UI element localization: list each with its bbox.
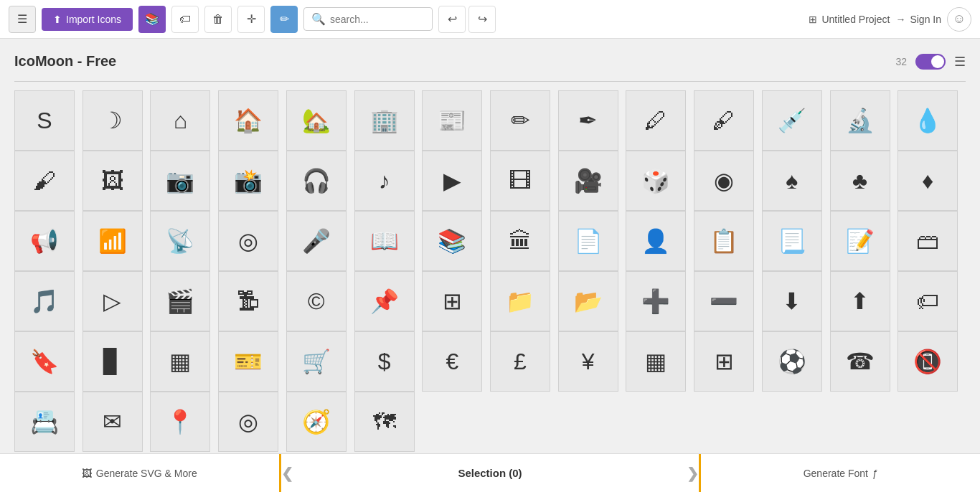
icon-camera[interactable]: 📸 — [218, 151, 278, 211]
right-arrow-icon[interactable]: ❯ — [687, 465, 699, 482]
icon-droplet[interactable]: 💧 — [897, 90, 958, 151]
icon-bullhorn[interactable]: 📢 — [14, 211, 75, 271]
icon-library[interactable]: 🏛 — [490, 211, 550, 271]
icon-folder-upload[interactable]: ⬆ — [830, 271, 890, 331]
icon-paste[interactable]: 📌 — [354, 271, 415, 331]
icon-file-video[interactable]: 🎬 — [150, 271, 210, 331]
icon-qrcode[interactable]: ▦ — [150, 331, 210, 392]
icon-home2[interactable]: 🏠 — [218, 90, 278, 151]
delete-button[interactable]: 🗑 — [204, 6, 232, 33]
icon-pen[interactable]: 🖊 — [626, 90, 686, 151]
icon-image[interactable]: 🖼 — [83, 151, 143, 211]
icon-stack[interactable]: ⊞ — [422, 271, 482, 331]
icon-pencil[interactable]: ✏ — [490, 90, 550, 151]
icon-envelope[interactable]: ✉ — [83, 392, 143, 452]
icon-music[interactable]: ♪ — [354, 151, 415, 211]
icon-file-play[interactable]: ▷ — [83, 271, 143, 331]
icon-eyedropper2[interactable]: 🔬 — [830, 90, 890, 151]
undo-button[interactable]: ↩ — [438, 6, 466, 33]
icon-cart[interactable]: 🛒 — [286, 331, 347, 392]
redo-button[interactable]: ↪ — [468, 6, 496, 33]
icon-copy[interactable]: © — [286, 271, 347, 331]
icon-clubs[interactable]: ♣ — [830, 151, 890, 211]
icon-file-empty[interactable]: 📋 — [694, 211, 754, 271]
tag-button[interactable]: 🏷 — [171, 6, 199, 33]
icon-shopware[interactable]: S — [14, 90, 75, 151]
icon-grid2[interactable]: ⊞ — [694, 331, 754, 392]
left-arrow-icon[interactable]: ❮ — [281, 465, 293, 482]
generate-svg-icon: 🖼 — [82, 468, 92, 479]
list-view-button[interactable]: ☰ — [954, 54, 966, 70]
icon-soccer[interactable]: ⚽ — [762, 331, 822, 392]
generate-font-section[interactable]: Generate Font ƒ — [701, 468, 980, 479]
icon-folder-plus[interactable]: ➕ — [626, 271, 686, 331]
search-input[interactable] — [330, 14, 430, 25]
generate-svg-section[interactable]: 🖼 Generate SVG & More — [0, 468, 279, 479]
icon-price-tags[interactable]: 🔖 — [14, 331, 75, 392]
icon-play[interactable]: ▶ — [422, 151, 482, 211]
generate-font-icon: ƒ — [872, 468, 878, 479]
icon-book[interactable]: 📖 — [354, 211, 415, 271]
icon-home1[interactable]: ⌂ — [150, 90, 210, 151]
icon-compass[interactable]: 🧭 — [286, 392, 347, 452]
icon-barcode[interactable]: ▊ — [83, 331, 143, 392]
import-icons-button[interactable]: ⬆ Import Icons — [42, 8, 133, 31]
icon-folder-minus[interactable]: ➖ — [694, 271, 754, 331]
icon-feed[interactable]: ◎ — [218, 211, 278, 271]
edit-button[interactable]: ✏ — [270, 6, 298, 33]
icon-profile[interactable]: 👤 — [626, 211, 686, 271]
icon-file2[interactable]: 📝 — [830, 211, 890, 271]
icon-file-picture[interactable]: 🗃 — [897, 211, 958, 271]
icon-podcast[interactable]: 📡 — [150, 211, 210, 271]
icon-diamonds[interactable]: ♦ — [897, 151, 958, 211]
icon-euro[interactable]: € — [422, 331, 482, 392]
icon-ticket[interactable]: 🎫 — [218, 331, 278, 392]
icon-phone[interactable]: ☎ — [830, 331, 890, 392]
icon-file-music[interactable]: 🎵 — [14, 271, 75, 331]
icon-video-camera[interactable]: 🎥 — [558, 151, 618, 211]
icon-mic[interactable]: 🎤 — [286, 211, 347, 271]
icon-file-zip[interactable]: 🗜 — [218, 271, 278, 331]
icon-location[interactable]: ◎ — [218, 392, 278, 452]
icon-dice[interactable]: 🎲 — [626, 151, 686, 211]
icon-price-tag[interactable]: 🏷 — [897, 271, 958, 331]
selection-section[interactable]: ❮ Selection (0) ❯ — [279, 454, 702, 492]
library-button[interactable]: 📚 — [138, 6, 166, 33]
icon-map-marker[interactable]: 📍 — [150, 392, 210, 452]
icon-eyedropper[interactable]: 💉 — [762, 90, 822, 151]
icon-crescent[interactable]: ☽ — [83, 90, 143, 151]
toggle-switch[interactable] — [915, 54, 946, 70]
icon-grid[interactable]: ▦ — [626, 331, 686, 392]
icon-map[interactable]: 🗺 — [354, 392, 415, 452]
icon-phone-hang-up[interactable]: 📵 — [897, 331, 958, 392]
move-button[interactable]: ✛ — [237, 6, 265, 33]
icon-pencil2[interactable]: ✒ — [558, 90, 618, 151]
icon-folder-open[interactable]: 📂 — [558, 271, 618, 331]
icon-folder[interactable]: 📁 — [490, 271, 550, 331]
set-divider — [14, 81, 966, 82]
icon-pound[interactable]: £ — [490, 331, 550, 392]
icon-grid: S☽⌂🏠🏡🏢📰✏✒🖊🖋💉🔬💧🖌🖼📷📸🎧♪▶🎞🎥🎲◉♠♣♦📢📶📡◎🎤📖📚🏛📄👤📋📃… — [14, 90, 966, 452]
avatar[interactable]: ☺ — [947, 7, 971, 32]
icon-images[interactable]: 📷 — [150, 151, 210, 211]
icon-home3[interactable]: 🏡 — [286, 90, 347, 151]
project-name[interactable]: ⊞ Untitled Project — [809, 14, 890, 25]
icon-spades[interactable]: ♠ — [762, 151, 822, 211]
icon-dollar[interactable]: $ — [354, 331, 415, 392]
icon-yen[interactable]: ¥ — [558, 331, 618, 392]
icon-blog[interactable]: 🖋 — [694, 90, 754, 151]
icon-wifi[interactable]: 📶 — [83, 211, 143, 271]
icon-pacman[interactable]: ◉ — [694, 151, 754, 211]
icon-film[interactable]: 🎞 — [490, 151, 550, 211]
icon-files-empty[interactable]: 📃 — [762, 211, 822, 271]
icon-newspaper[interactable]: 📰 — [422, 90, 482, 151]
icon-headphones[interactable]: 🎧 — [286, 151, 347, 211]
icon-books[interactable]: 📚 — [422, 211, 482, 271]
icon-file-text[interactable]: 📄 — [558, 211, 618, 271]
icon-folder-download[interactable]: ⬇ — [762, 271, 822, 331]
icon-paint-format[interactable]: 🖌 — [14, 151, 75, 211]
icon-address-book[interactable]: 📇 — [14, 392, 75, 452]
sign-in-button[interactable]: → Sign In — [895, 14, 941, 25]
icon-office[interactable]: 🏢 — [354, 90, 415, 151]
menu-button[interactable]: ☰ — [9, 6, 36, 33]
